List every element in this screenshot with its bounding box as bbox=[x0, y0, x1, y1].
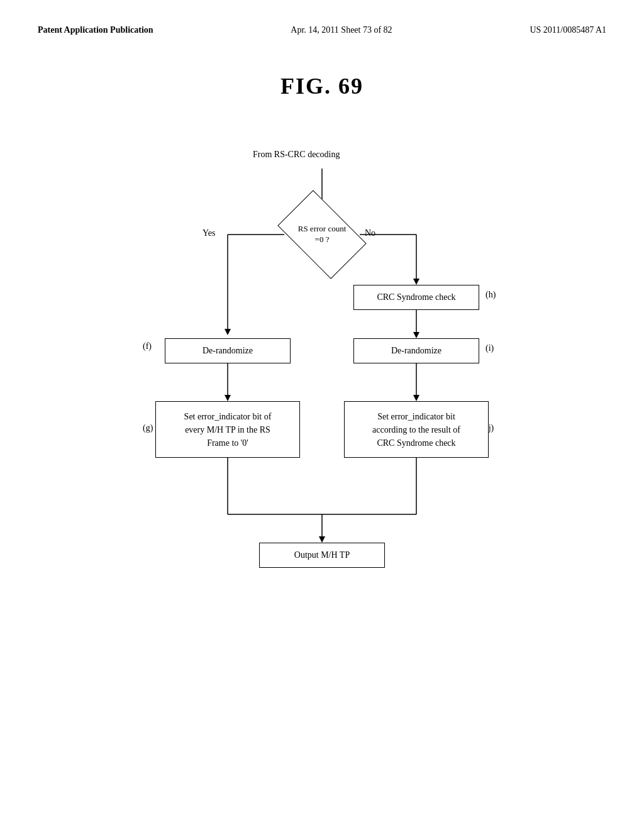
no-label: No bbox=[365, 228, 375, 238]
box-crc-syndrome: CRC Syndrome check bbox=[353, 285, 479, 310]
diamond-rs-error: RS error count =0 ? bbox=[284, 209, 360, 260]
box-output: Output M/H TP bbox=[259, 543, 385, 568]
diamond-text: RS error count =0 ? bbox=[298, 224, 347, 245]
box-derandomize-left: De-randomize bbox=[165, 338, 291, 363]
header-left: Patent Application Publication bbox=[38, 25, 153, 35]
header-center: Apr. 14, 2011 Sheet 73 of 82 bbox=[291, 25, 392, 35]
box-set-error-left: Set error_indicator bit of every M/H TP … bbox=[155, 401, 300, 458]
box-set-error-left-text: Set error_indicator bit of every M/H TP … bbox=[184, 410, 272, 450]
figure-title: FIG. 69 bbox=[0, 73, 644, 99]
node-h-label: (h) bbox=[486, 290, 496, 300]
header: Patent Application Publication Apr. 14, … bbox=[0, 0, 644, 35]
svg-marker-4 bbox=[225, 329, 231, 335]
header-right: US 2011/0085487 A1 bbox=[530, 25, 606, 35]
svg-marker-11 bbox=[225, 395, 231, 401]
node-g-label: (g) bbox=[143, 423, 153, 433]
yes-label: Yes bbox=[203, 228, 215, 238]
start-label: From RS-CRC decoding bbox=[253, 150, 340, 160]
svg-marker-7 bbox=[413, 279, 419, 285]
svg-marker-13 bbox=[413, 395, 419, 401]
node-i-label: (i) bbox=[486, 343, 494, 353]
box-set-error-right-text: Set error_indicator bit according to the… bbox=[372, 410, 460, 450]
diagram-container: From RS-CRC decoding (e) RS error count … bbox=[102, 137, 542, 672]
box-set-error-right: Set error_indicator bit according to the… bbox=[344, 401, 489, 458]
svg-marker-19 bbox=[319, 536, 325, 543]
box-derandomize-right: De-randomize bbox=[353, 338, 479, 363]
svg-marker-9 bbox=[413, 332, 419, 338]
node-f-label: (f) bbox=[143, 341, 152, 351]
